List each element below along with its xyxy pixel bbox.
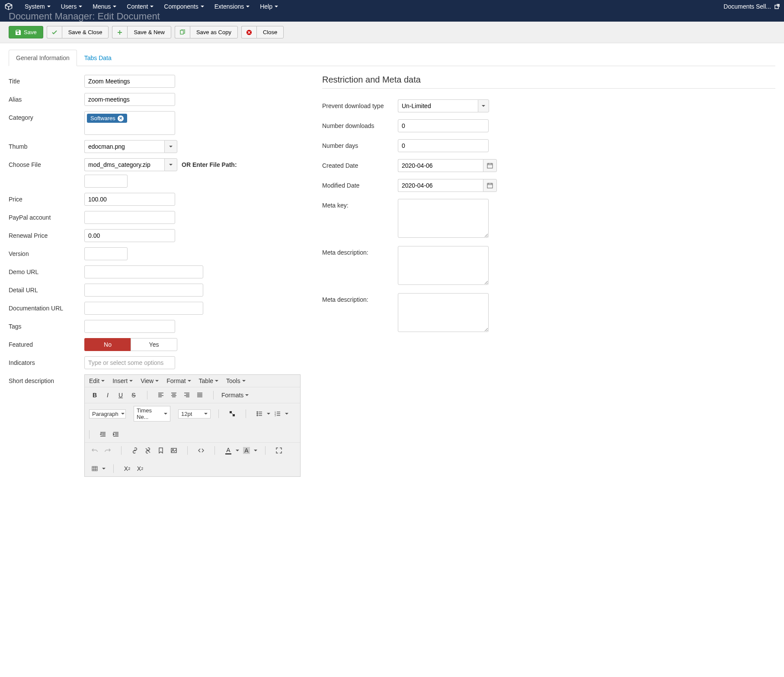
- choose-file-input[interactable]: [84, 158, 164, 171]
- save-copy-icon-button[interactable]: [175, 26, 190, 38]
- editor-format-menu[interactable]: Format: [166, 377, 191, 384]
- save-new-icon-button[interactable]: [112, 26, 127, 38]
- nav-extensions[interactable]: Extensions: [209, 0, 255, 13]
- featured-label: Featured: [9, 338, 84, 348]
- created-date-input[interactable]: [398, 159, 483, 172]
- category-select[interactable]: Softwares ✕: [84, 111, 175, 135]
- caret-icon: [215, 380, 218, 382]
- meta-key-textarea[interactable]: [398, 199, 489, 238]
- font-select[interactable]: Times Ne...: [134, 406, 170, 422]
- align-right-icon[interactable]: [181, 390, 192, 400]
- table-icon[interactable]: [89, 463, 100, 474]
- thumb-dropdown[interactable]: [164, 140, 177, 153]
- align-justify-icon[interactable]: [194, 390, 205, 400]
- copy-icon: [179, 29, 186, 35]
- fullscreen-icon[interactable]: [273, 445, 285, 456]
- caret-icon: [204, 413, 208, 415]
- save-new-button[interactable]: Save & New: [127, 26, 171, 38]
- topnav-right[interactable]: Documents Sell...: [723, 3, 780, 10]
- align-center-icon[interactable]: [168, 390, 179, 400]
- modified-date-input[interactable]: [398, 179, 483, 192]
- created-date-picker[interactable]: [483, 159, 497, 172]
- svg-rect-1: [180, 30, 183, 34]
- caret-icon: [246, 6, 250, 7]
- number-list-icon[interactable]: 123: [272, 409, 283, 419]
- editor-insert-menu[interactable]: Insert: [112, 377, 133, 384]
- nav-content[interactable]: Content: [122, 0, 159, 13]
- formats-dropdown[interactable]: Formats: [221, 392, 249, 399]
- prevent-download-dropdown[interactable]: [478, 99, 489, 112]
- thumb-input[interactable]: [84, 140, 164, 153]
- find-icon[interactable]: [227, 409, 238, 419]
- editor-edit-menu[interactable]: Edit: [89, 377, 105, 384]
- category-label: Category: [9, 111, 84, 121]
- code-icon[interactable]: [195, 445, 207, 456]
- image-icon[interactable]: [168, 445, 179, 456]
- nav-menus[interactable]: Menus: [87, 0, 122, 13]
- detail-url-input[interactable]: [84, 284, 203, 297]
- editor-tools-menu[interactable]: Tools: [226, 377, 246, 384]
- price-input[interactable]: [84, 193, 175, 206]
- tab-tabs-data[interactable]: Tabs Data: [77, 50, 119, 66]
- bg-color-icon[interactable]: A: [241, 445, 252, 456]
- bold-icon[interactable]: B: [89, 390, 100, 400]
- tag-remove-icon[interactable]: ✕: [118, 115, 124, 121]
- link-icon[interactable]: [129, 445, 141, 456]
- save-button[interactable]: Save: [9, 26, 43, 38]
- featured-yes[interactable]: Yes: [131, 338, 177, 351]
- renewal-input[interactable]: [84, 229, 175, 242]
- save-copy-button[interactable]: Save as Copy: [190, 26, 238, 38]
- prevent-download-select[interactable]: [398, 99, 478, 112]
- indicators-select[interactable]: Type or select some options: [84, 356, 175, 369]
- featured-no[interactable]: No: [84, 338, 131, 351]
- undo-icon[interactable]: [89, 445, 100, 456]
- alias-input[interactable]: [84, 93, 175, 106]
- nav-components[interactable]: Components: [159, 0, 209, 13]
- title-label: Title: [9, 75, 84, 85]
- align-left-icon[interactable]: [155, 390, 166, 400]
- close-button[interactable]: Close: [256, 26, 284, 38]
- nav-users[interactable]: Users: [56, 0, 88, 13]
- modified-date-picker[interactable]: [483, 179, 497, 192]
- nav-help[interactable]: Help: [255, 0, 283, 13]
- close-icon-button[interactable]: [241, 26, 256, 38]
- documentation-url-input[interactable]: [84, 302, 203, 315]
- bookmark-icon[interactable]: [155, 445, 166, 456]
- form-right-column: Restriction and Meta data Prevent downlo…: [322, 75, 775, 482]
- editor-view-menu[interactable]: View: [141, 377, 159, 384]
- subscript-icon[interactable]: X2: [122, 463, 133, 474]
- choose-file-dropdown[interactable]: [164, 158, 177, 171]
- file-path-input[interactable]: [84, 175, 128, 188]
- text-color-icon[interactable]: A: [223, 445, 234, 456]
- cancel-icon: [246, 29, 252, 35]
- meta-desc2-textarea[interactable]: [398, 293, 489, 332]
- superscript-icon[interactable]: X2: [134, 463, 146, 474]
- num-downloads-input[interactable]: [398, 119, 489, 132]
- tags-input[interactable]: [84, 320, 175, 333]
- outdent-icon[interactable]: [97, 429, 109, 440]
- joomla-icon[interactable]: [4, 2, 19, 11]
- title-input[interactable]: [84, 75, 175, 88]
- nav-system[interactable]: System: [19, 0, 56, 13]
- underline-icon[interactable]: U: [115, 390, 126, 400]
- italic-icon[interactable]: I: [102, 390, 113, 400]
- unlink-icon[interactable]: [142, 445, 154, 456]
- paypal-input[interactable]: [84, 211, 175, 224]
- editor-table-menu[interactable]: Table: [199, 377, 218, 384]
- save-close-icon-button[interactable]: [47, 26, 62, 38]
- tab-general[interactable]: General Information: [9, 50, 77, 66]
- paragraph-select[interactable]: Paragraph: [89, 409, 126, 418]
- num-days-input[interactable]: [398, 139, 489, 152]
- caret-icon: [169, 164, 173, 166]
- fontsize-select[interactable]: 12pt: [178, 409, 211, 418]
- tags-label: Tags: [9, 320, 84, 330]
- bullet-list-icon[interactable]: [254, 409, 265, 419]
- strikethrough-icon[interactable]: S: [128, 390, 139, 400]
- redo-icon[interactable]: [102, 445, 113, 456]
- version-input[interactable]: [84, 247, 128, 260]
- demo-url-input[interactable]: [84, 265, 203, 278]
- meta-desc-textarea[interactable]: [398, 246, 489, 285]
- indent-icon[interactable]: [110, 429, 122, 440]
- external-link-icon: [774, 4, 780, 9]
- save-close-button[interactable]: Save & Close: [62, 26, 109, 38]
